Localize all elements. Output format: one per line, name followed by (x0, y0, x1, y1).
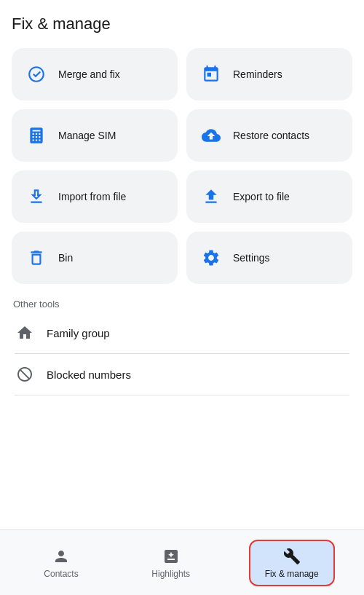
page: Fix & manage Merge and fix Reminders (0, 0, 364, 595)
bin-button[interactable]: Bin (12, 232, 178, 284)
import-file-icon (23, 184, 50, 210)
settings-button[interactable]: Settings (186, 232, 352, 284)
highlights-nav-icon (162, 547, 181, 566)
bin-icon (23, 245, 50, 271)
export-file-label: Export to file (233, 191, 290, 202)
merge-fix-button[interactable]: Merge and fix (12, 48, 178, 101)
tools-grid: Merge and fix Reminders Manage SIM (12, 48, 352, 284)
export-file-button[interactable]: Export to file (186, 170, 352, 223)
restore-contacts-label: Restore contacts (233, 130, 309, 141)
import-file-button[interactable]: Import from file (12, 170, 178, 223)
restore-contacts-icon (198, 122, 224, 149)
divider-2 (15, 395, 349, 395)
fix-manage-nav-icon (282, 547, 301, 566)
main-content: Fix & manage Merge and fix Reminders (0, 0, 364, 529)
reminders-button[interactable]: Reminders (186, 48, 352, 101)
manage-sim-label: Manage SIM (58, 130, 116, 141)
reminders-icon (198, 61, 224, 87)
nav-fix-manage[interactable]: Fix & manage (249, 540, 335, 586)
nav-highlights[interactable]: Highlights (137, 541, 205, 585)
highlights-nav-label: Highlights (151, 569, 190, 579)
import-file-label: Import from file (58, 191, 126, 202)
family-group-icon (15, 323, 35, 343)
settings-label: Settings (233, 252, 270, 264)
bottom-nav: Contacts Highlights Fix & manage (0, 529, 364, 595)
blocked-numbers-button[interactable]: Blocked numbers (12, 354, 352, 395)
family-group-button[interactable]: Family group (12, 312, 352, 353)
bin-label: Bin (58, 252, 73, 264)
reminders-label: Reminders (233, 68, 282, 80)
other-tools-label: Other tools (12, 299, 352, 310)
fix-manage-nav-label: Fix & manage (265, 569, 319, 579)
family-group-label: Family group (47, 327, 110, 339)
merge-fix-label: Merge and fix (58, 68, 120, 80)
settings-icon (198, 245, 224, 271)
restore-contacts-button[interactable]: Restore contacts (186, 109, 352, 162)
other-tools-section: Other tools Family group Blocked (12, 299, 352, 395)
export-file-icon (198, 184, 224, 210)
blocked-numbers-icon (15, 364, 35, 385)
merge-fix-icon (23, 61, 50, 87)
contacts-nav-label: Contacts (44, 569, 78, 579)
manage-sim-icon (23, 122, 50, 149)
manage-sim-button[interactable]: Manage SIM (12, 109, 178, 162)
contacts-nav-icon (52, 547, 71, 566)
blocked-numbers-label: Blocked numbers (47, 369, 131, 381)
nav-contacts[interactable]: Contacts (29, 541, 92, 585)
page-title: Fix & manage (12, 15, 352, 34)
